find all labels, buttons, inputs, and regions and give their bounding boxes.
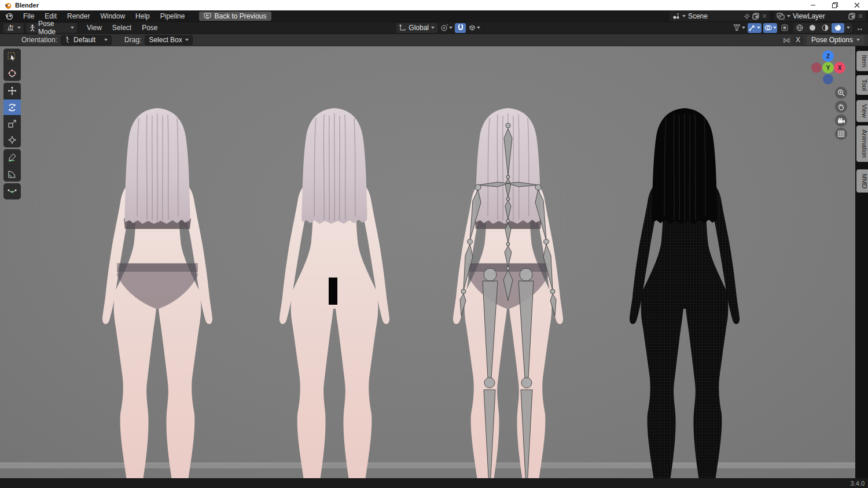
navigation-gizmo[interactable]: Z X Y <box>811 50 845 85</box>
tool-cursor[interactable] <box>3 65 21 81</box>
editor-type-selector[interactable] <box>3 23 24 33</box>
tool-select-box[interactable] <box>3 49 21 65</box>
minimize-button[interactable] <box>802 0 824 10</box>
menu-pose[interactable]: Pose <box>137 24 163 32</box>
blender-app-icon[interactable] <box>5 12 13 20</box>
new-scene-icon[interactable] <box>752 13 759 20</box>
viewlayer-browse-chevron[interactable] <box>787 15 790 17</box>
shading-solid-button[interactable] <box>806 23 819 33</box>
model-back-armature-overlay[interactable] <box>444 106 572 478</box>
maximize-button[interactable] <box>824 0 846 10</box>
scene-icon <box>672 13 680 20</box>
gizmo-axis-x[interactable]: X <box>834 62 845 73</box>
menu-pipeline[interactable]: Pipeline <box>155 10 190 22</box>
snap-toggle[interactable] <box>455 23 466 33</box>
tool-measure[interactable] <box>3 165 21 182</box>
gizmo-axis-y[interactable]: Y <box>822 62 834 73</box>
shading-chevron[interactable] <box>847 27 850 29</box>
viewlayer-selector[interactable]: ViewLayer ✕ <box>774 11 866 21</box>
sidebar-tab-mmd[interactable]: MMD <box>856 169 868 193</box>
window-title: Blender <box>15 2 39 9</box>
back-to-previous-button[interactable]: Back to Previous <box>199 12 271 21</box>
drag-value: Select Box <box>149 36 182 44</box>
sidebar-tab-animation[interactable]: Animation <box>856 125 868 162</box>
viewport-3d[interactable]: Z X Y : Item Tool View Animation MMD <box>0 46 868 478</box>
menu-view[interactable]: View <box>82 24 107 32</box>
scene-name[interactable]: Scene <box>688 12 741 20</box>
delete-scene-icon: ✕ <box>762 12 767 20</box>
gizmo-axis-z[interactable]: Z <box>822 50 834 62</box>
gizmo-axis-neg-x[interactable] <box>811 62 822 73</box>
pivot-point-selector[interactable] <box>439 23 453 33</box>
mode-selector[interactable]: Pose Mode <box>26 23 77 33</box>
scene-browse-chevron[interactable] <box>682 15 686 17</box>
viewport-editor-icon <box>6 24 15 32</box>
viewlayer-name[interactable]: ViewLayer <box>793 12 846 20</box>
model-back-textured-censored[interactable] <box>271 106 398 478</box>
gizmo-arrow-icon <box>749 24 756 31</box>
version-label: 3.4.0 <box>851 480 865 487</box>
perspective-toggle-button[interactable] <box>835 128 847 140</box>
shading-wireframe-button[interactable] <box>793 23 806 33</box>
gizmo-axis-neg-z[interactable] <box>823 74 833 84</box>
pan-button[interactable] <box>835 101 847 113</box>
sidebar-tab-item[interactable]: Item <box>856 51 868 71</box>
shading-rendered-button[interactable] <box>832 23 844 33</box>
orientation-value: Global <box>409 24 429 32</box>
orientation-default-value: Default <box>73 36 101 44</box>
tool-scale[interactable] <box>3 115 21 131</box>
show-gizmo-toggle[interactable] <box>748 23 762 33</box>
tool-transform[interactable] <box>3 131 21 147</box>
transform-orientation-selector[interactable]: Global <box>396 23 437 33</box>
sidebar-collapse-handle[interactable]: : <box>849 49 852 55</box>
viewport-header: Pose Mode View Select Pose Global <box>0 22 868 34</box>
pivot-icon <box>440 24 448 32</box>
menu-window[interactable]: Window <box>95 10 130 22</box>
close-button[interactable] <box>846 0 868 10</box>
pin-icon[interactable] <box>744 13 750 20</box>
tool-breakdowner[interactable] <box>3 183 21 199</box>
tool-move[interactable] <box>3 83 21 99</box>
material-sphere-icon <box>822 24 829 31</box>
sidebar-tab-tool[interactable]: Tool <box>856 75 868 95</box>
title-bar: Blender <box>0 0 868 10</box>
orientation-dropdown[interactable]: Default <box>61 35 112 45</box>
menu-select[interactable]: Select <box>107 24 137 32</box>
orientation-label: Orientation: <box>21 36 57 44</box>
camera-view-button[interactable] <box>835 114 847 127</box>
orientation-default-chevron <box>104 39 108 41</box>
visibility-chevron <box>742 27 745 29</box>
rendered-sphere-icon <box>834 24 841 31</box>
workspace-back-icon <box>204 13 211 19</box>
magnet-icon <box>457 24 464 31</box>
drag-chevron <box>185 39 189 41</box>
menu-help[interactable]: Help <box>130 10 155 22</box>
sidebar-tab-strip: Item Tool View Animation MMD <box>855 46 868 478</box>
gizmo-chevron <box>757 27 760 29</box>
mirror-x-toggle[interactable]: X <box>793 35 803 45</box>
shading-mode-group <box>793 23 852 33</box>
drag-dropdown[interactable]: Select Box <box>145 35 192 45</box>
editor-type-chevron <box>17 27 21 29</box>
overlays-icon <box>764 24 772 31</box>
mode-label: Pose Mode <box>38 20 68 36</box>
shading-material-button[interactable] <box>819 23 832 33</box>
scene-selector[interactable]: Scene ✕ <box>670 11 770 21</box>
xray-toggle[interactable] <box>779 23 790 33</box>
snap-increment-icon <box>469 24 476 31</box>
tool-rotate[interactable] <box>3 99 21 115</box>
tool-annotate[interactable] <box>3 149 21 165</box>
flip-region-icon[interactable]: ↔ <box>856 24 863 32</box>
menu-file[interactable]: File <box>18 10 39 22</box>
sidebar-tab-view[interactable]: View <box>856 100 868 122</box>
model-back-textured-underwear[interactable] <box>94 106 221 478</box>
model-back-wireframe[interactable] <box>621 106 748 478</box>
mirror-pose-icon[interactable]: ⋈ <box>783 36 790 45</box>
show-overlays-toggle[interactable] <box>763 23 777 33</box>
snap-settings[interactable] <box>468 23 481 33</box>
object-visibility-filter[interactable] <box>732 23 746 33</box>
zoom-button[interactable] <box>835 87 847 99</box>
tool-settings-row: Orientation: Default Drag: Select Box ⋈ … <box>0 34 868 46</box>
new-viewlayer-icon[interactable] <box>848 13 855 20</box>
pose-options-dropdown[interactable]: Pose Options <box>807 35 865 45</box>
